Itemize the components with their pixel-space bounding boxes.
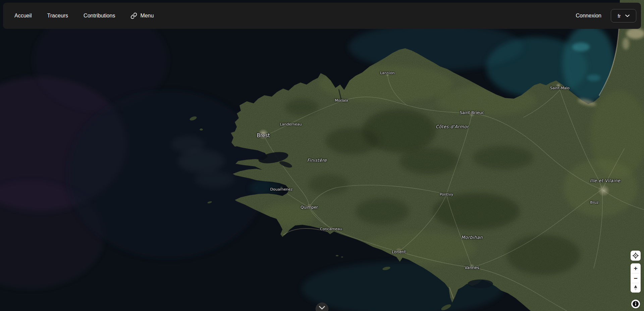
- crosshair-target-icon: [632, 252, 639, 259]
- nav-right-group: Connexion fr: [576, 9, 637, 22]
- connexion-label: Connexion: [576, 13, 602, 19]
- nav-item-label: Contributions: [84, 13, 115, 19]
- chevron-down-icon: [625, 14, 630, 17]
- nav-item-label: Menu: [140, 13, 154, 19]
- geolocate-button[interactable]: [631, 251, 641, 261]
- nav-item-contributions[interactable]: Contributions: [84, 13, 115, 19]
- language-select[interactable]: fr: [611, 9, 636, 22]
- attribution-info-button[interactable]: [631, 300, 640, 308]
- top-navbar: Accueil Traceurs Contributions Menu Conn…: [3, 3, 641, 29]
- nav-item-label: Traceurs: [47, 13, 68, 19]
- zoom-out-label: −: [634, 275, 637, 281]
- zoom-in-button[interactable]: +: [631, 263, 641, 273]
- nav-item-menu[interactable]: Menu: [130, 12, 154, 19]
- zoom-out-button[interactable]: −: [631, 273, 641, 283]
- language-selected-value: fr: [618, 13, 621, 19]
- nav-item-label: Accueil: [14, 13, 32, 19]
- info-icon: [632, 301, 639, 307]
- nav-left-group: Accueil Traceurs Contributions Menu: [14, 12, 154, 19]
- chevron-down-icon: [319, 306, 325, 310]
- zoom-in-label: +: [634, 265, 637, 271]
- nav-item-accueil[interactable]: Accueil: [14, 13, 32, 19]
- zoom-control-group: + −: [631, 263, 641, 293]
- nav-item-traceurs[interactable]: Traceurs: [47, 13, 68, 19]
- inland-water-layer: [0, 0, 644, 311]
- compass-button[interactable]: [631, 283, 641, 293]
- compass-needle-icon: [633, 285, 638, 291]
- link-icon: [130, 12, 137, 19]
- satellite-map[interactable]: LannionSaint-MaloMorlaixSaint-BrieucLand…: [0, 0, 644, 311]
- connexion-button[interactable]: Connexion: [576, 13, 602, 19]
